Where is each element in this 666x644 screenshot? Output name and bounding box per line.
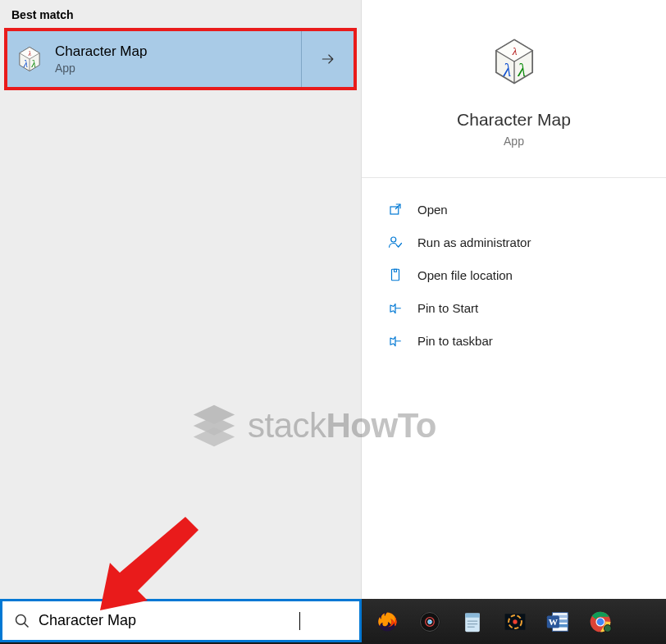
action-open[interactable]: Open [362, 193, 666, 226]
notepad-icon[interactable] [458, 608, 486, 636]
pin-start-icon [388, 300, 403, 315]
word-icon[interactable]: W [544, 608, 572, 636]
action-pin-taskbar[interactable]: Pin to taskbar [362, 324, 666, 357]
search-input[interactable] [39, 612, 301, 629]
pin-taskbar-icon [388, 333, 403, 348]
chrome-icon[interactable] [586, 608, 614, 636]
taskbar: W [0, 599, 666, 644]
actions-list: Open Run as administrator Open file loca… [362, 178, 666, 357]
svg-text:W: W [549, 616, 559, 626]
photoscape-icon[interactable] [501, 608, 529, 636]
arrow-right-icon [320, 51, 336, 67]
taskbar-app-icons: W [362, 599, 666, 644]
admin-icon [388, 235, 403, 249]
text-cursor [299, 612, 300, 630]
action-label: Run as administrator [417, 235, 531, 249]
action-pin-start[interactable]: Pin to Start [362, 291, 666, 324]
svg-rect-24 [465, 613, 480, 617]
search-icon [14, 613, 30, 629]
details-panel: Character Map App Open Run as administra… [362, 0, 666, 599]
results-panel: Best match Character Map App [0, 0, 362, 599]
result-title: Character Map [55, 43, 301, 60]
svg-line-16 [25, 623, 29, 627]
svg-rect-8 [392, 269, 399, 281]
firefox-icon[interactable] [373, 608, 401, 636]
open-icon [388, 202, 403, 217]
action-label: Open [417, 203, 448, 217]
result-expand-button[interactable] [301, 31, 354, 87]
svg-point-7 [391, 237, 396, 242]
result-character-map[interactable]: Character Map App [4, 28, 357, 90]
charmap-app-icon [16, 45, 43, 73]
search-box[interactable] [0, 599, 362, 642]
media-player-icon[interactable] [416, 608, 444, 636]
svg-rect-9 [395, 269, 397, 272]
svg-point-39 [597, 618, 604, 625]
action-label: Pin to Start [417, 301, 478, 315]
action-label: Open file location [417, 268, 513, 282]
action-run-admin[interactable]: Run as administrator [362, 226, 666, 258]
folder-icon [388, 267, 403, 282]
details-subtitle: App [362, 135, 666, 148]
details-title: Character Map [362, 110, 666, 130]
svg-point-30 [513, 619, 517, 623]
svg-point-40 [604, 624, 611, 632]
svg-point-15 [16, 614, 26, 624]
section-header-best-match: Best match [0, 0, 361, 28]
action-label: Pin to taskbar [417, 334, 493, 348]
charmap-app-icon-large [486, 36, 543, 87]
details-header: Character Map App [362, 0, 666, 178]
action-open-location[interactable]: Open file location [362, 258, 666, 291]
result-subtitle: App [55, 62, 301, 75]
